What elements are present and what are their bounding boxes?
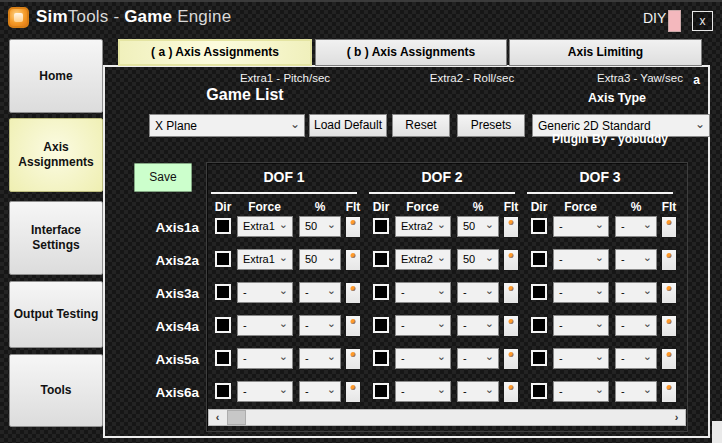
percent-select[interactable]: 50⌄ <box>299 249 341 270</box>
flt-button[interactable] <box>345 282 361 304</box>
dir-checkbox[interactable] <box>531 218 547 234</box>
dir-checkbox[interactable] <box>215 383 231 399</box>
percent-select[interactable]: 50⌄ <box>457 249 499 270</box>
flt-button[interactable] <box>345 216 361 238</box>
tab-axis-limiting[interactable]: Axis Limiting <box>509 39 702 66</box>
percent-select[interactable]: -⌄ <box>457 348 499 369</box>
flt-button[interactable] <box>661 381 677 403</box>
reset-button[interactable]: Reset <box>392 114 450 137</box>
percent-select[interactable]: -⌄ <box>615 249 657 270</box>
chevron-down-icon: ⌄ <box>643 317 652 330</box>
dir-checkbox[interactable] <box>373 350 389 366</box>
flt-button[interactable] <box>345 249 361 271</box>
percent-select[interactable]: -⌄ <box>457 315 499 336</box>
sidebar-item-output-testing[interactable]: Output Testing <box>9 281 103 348</box>
force-select[interactable]: Extra1⌄ <box>237 216 293 237</box>
flt-button[interactable] <box>503 381 519 403</box>
percent-select[interactable]: -⌄ <box>299 315 341 336</box>
dir-checkbox[interactable] <box>215 317 231 333</box>
load-default-button[interactable]: Load Default <box>309 114 387 137</box>
flt-button[interactable] <box>345 315 361 337</box>
dir-checkbox[interactable] <box>531 383 547 399</box>
flt-button[interactable] <box>661 216 677 238</box>
scrollbar-thumb[interactable] <box>227 410 246 425</box>
flt-button[interactable] <box>661 348 677 370</box>
titlebar-pink-button[interactable] <box>668 10 681 32</box>
flt-marker-icon <box>509 286 514 291</box>
force-select[interactable]: -⌄ <box>553 249 609 270</box>
flt-button[interactable] <box>503 348 519 370</box>
force-select[interactable]: -⌄ <box>553 216 609 237</box>
percent-select[interactable]: -⌄ <box>615 315 657 336</box>
dir-checkbox[interactable] <box>373 284 389 300</box>
percent-select[interactable]: -⌄ <box>615 348 657 369</box>
percent-value: 50 <box>463 220 475 232</box>
chevron-down-icon: ⌄ <box>327 350 336 363</box>
presets-button[interactable]: Presets <box>457 114 525 137</box>
percent-select[interactable]: -⌄ <box>457 282 499 303</box>
flt-marker-icon <box>509 253 514 258</box>
game-list-select[interactable]: X Plane⌄ <box>149 114 305 137</box>
scroll-right-icon[interactable]: › <box>668 410 685 425</box>
flt-button[interactable] <box>503 282 519 304</box>
percent-select[interactable]: -⌄ <box>457 381 499 402</box>
flt-button[interactable] <box>503 315 519 337</box>
sidebar-item-interface-settings[interactable]: Interface Settings <box>9 201 103 275</box>
flt-button[interactable] <box>661 315 677 337</box>
force-select[interactable]: Extra1⌄ <box>237 249 293 270</box>
force-select[interactable]: -⌄ <box>237 282 293 303</box>
force-select[interactable]: Extra2⌄ <box>395 249 451 270</box>
dir-checkbox[interactable] <box>373 317 389 333</box>
flt-button[interactable] <box>503 249 519 271</box>
flt-button[interactable] <box>661 249 677 271</box>
dir-checkbox[interactable] <box>215 284 231 300</box>
percent-select[interactable]: -⌄ <box>615 282 657 303</box>
force-select[interactable]: -⌄ <box>395 348 451 369</box>
force-select[interactable]: -⌄ <box>553 315 609 336</box>
tab-a-axis-assignments[interactable]: ( a ) Axis Assignments <box>118 39 312 66</box>
sidebar-item-axis-assignments[interactable]: Axis Assignments <box>9 118 103 192</box>
force-select[interactable]: -⌄ <box>237 315 293 336</box>
flt-button[interactable] <box>661 282 677 304</box>
close-button[interactable]: x <box>692 11 713 31</box>
force-value: - <box>243 319 247 331</box>
dir-checkbox[interactable] <box>373 218 389 234</box>
save-button[interactable]: Save <box>134 163 192 192</box>
scroll-left-icon[interactable]: ‹ <box>209 410 226 425</box>
dir-checkbox[interactable] <box>531 251 547 267</box>
dir-checkbox[interactable] <box>531 284 547 300</box>
chevron-down-icon: ⌄ <box>643 350 652 363</box>
force-select[interactable]: -⌄ <box>237 381 293 402</box>
force-select[interactable]: -⌄ <box>553 381 609 402</box>
dir-checkbox[interactable] <box>373 383 389 399</box>
tab-b-axis-assignments[interactable]: ( b ) Axis Assignments <box>315 39 507 66</box>
sidebar-item-home[interactable]: Home <box>9 39 103 113</box>
flt-button[interactable] <box>503 216 519 238</box>
flt-marker-icon <box>667 253 672 258</box>
percent-select[interactable]: -⌄ <box>615 381 657 402</box>
dir-checkbox[interactable] <box>215 218 231 234</box>
dir-checkbox[interactable] <box>215 350 231 366</box>
dir-checkbox[interactable] <box>531 350 547 366</box>
force-select[interactable]: Extra2⌄ <box>395 216 451 237</box>
flt-button[interactable] <box>345 381 361 403</box>
flt-button[interactable] <box>345 348 361 370</box>
chevron-down-icon: ⌄ <box>643 284 652 297</box>
sidebar-item-tools[interactable]: Tools <box>9 354 103 427</box>
percent-select[interactable]: -⌄ <box>615 216 657 237</box>
force-select[interactable]: -⌄ <box>553 282 609 303</box>
percent-select[interactable]: -⌄ <box>299 348 341 369</box>
force-select[interactable]: -⌄ <box>237 348 293 369</box>
dir-checkbox[interactable] <box>215 251 231 267</box>
force-select[interactable]: -⌄ <box>395 282 451 303</box>
force-select[interactable]: -⌄ <box>395 381 451 402</box>
percent-select[interactable]: -⌄ <box>299 381 341 402</box>
force-select[interactable]: -⌄ <box>553 348 609 369</box>
percent-select[interactable]: -⌄ <box>299 282 341 303</box>
horizontal-scrollbar[interactable]: ‹ › <box>208 409 686 426</box>
force-select[interactable]: -⌄ <box>395 315 451 336</box>
dir-checkbox[interactable] <box>373 251 389 267</box>
percent-select[interactable]: 50⌄ <box>457 216 499 237</box>
dir-checkbox[interactable] <box>531 317 547 333</box>
percent-select[interactable]: 50⌄ <box>299 216 341 237</box>
